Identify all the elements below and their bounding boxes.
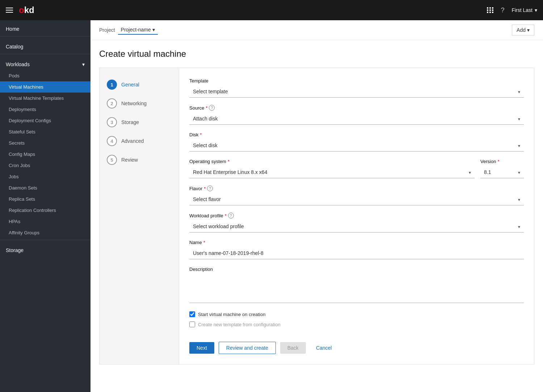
logo-o: o xyxy=(19,5,24,15)
disk-label: Disk * xyxy=(189,132,524,137)
template-select-wrapper: Select template xyxy=(189,86,524,98)
next-button[interactable]: Next xyxy=(189,342,214,354)
sidebar-section-workloads[interactable]: Workloads ▾ xyxy=(0,56,90,70)
review-and-create-button[interactable]: Review and create xyxy=(219,342,276,354)
top-navigation: o kd ? First Last ▾ xyxy=(0,0,543,20)
disk-select[interactable]: Select disk xyxy=(189,140,524,152)
step-num-review: 5 xyxy=(107,155,117,165)
version-select-group: Version * 8.1 xyxy=(480,159,524,178)
sidebar-item-storage[interactable]: Storage xyxy=(0,242,90,256)
wizard-step-advanced[interactable]: 4 Advanced xyxy=(100,132,179,150)
new-template-checkbox[interactable] xyxy=(189,321,195,327)
step-num-storage: 3 xyxy=(107,117,117,127)
help-icon[interactable]: ? xyxy=(501,7,504,14)
wizard-step-general[interactable]: 1 General xyxy=(100,75,179,94)
os-select-wrapper: Red Hat Enterprise Linux 8.x x64 xyxy=(189,166,475,178)
flavor-label: Flavor * ? xyxy=(189,186,524,191)
wizard-steps: 1 General 2 Networking 3 Storage 4 Advan… xyxy=(100,68,179,364)
sidebar-item-cron-jobs[interactable]: Cron Jobs xyxy=(0,160,90,171)
workload-select-wrapper: Select workload profile xyxy=(189,221,524,233)
sidebar-item-config-maps[interactable]: Config Maps xyxy=(0,149,90,160)
wizard-step-review[interactable]: 5 Review xyxy=(100,150,179,169)
sidebar: Home Catalog Workloads ▾ Pods Virtual Ma… xyxy=(0,20,90,392)
sidebar-item-replication-controllers[interactable]: Replication Controllers xyxy=(0,205,90,216)
sidebar-item-affinity-groups[interactable]: Affinity Groups xyxy=(0,227,90,238)
step-label-storage: Storage xyxy=(121,119,139,125)
new-template-checkbox-row: Create new template from configuration xyxy=(189,321,524,327)
workload-label: Workload profile * ? xyxy=(189,213,524,218)
description-input[interactable] xyxy=(189,274,524,303)
sidebar-item-virtual-machine-templates[interactable]: Virtual Machine Templates xyxy=(0,93,90,104)
flavor-select[interactable]: Select flavor xyxy=(189,193,524,205)
project-label: Project xyxy=(99,27,115,33)
name-field-group: Name * xyxy=(189,240,524,259)
version-required: * xyxy=(497,159,499,164)
hamburger-menu[interactable] xyxy=(6,8,13,13)
logo-kd: kd xyxy=(24,5,34,15)
flavor-help-icon[interactable]: ? xyxy=(207,186,213,191)
cancel-button[interactable]: Cancel xyxy=(310,342,338,354)
os-select-group: Operating system * Red Hat Enterprise Li… xyxy=(189,159,475,178)
template-label: Template xyxy=(189,78,524,84)
sidebar-item-stateful-sets[interactable]: Stateful Sets xyxy=(0,126,90,137)
sidebar-item-replica-sets[interactable]: Replica Sets xyxy=(0,193,90,205)
add-button[interactable]: Add ▾ xyxy=(512,25,534,35)
os-label: Operating system * xyxy=(189,159,475,164)
os-required: * xyxy=(228,159,230,164)
flavor-field-group: Flavor * ? Select flavor xyxy=(189,186,524,205)
os-select[interactable]: Red Hat Enterprise Linux 8.x x64 xyxy=(189,166,475,178)
version-select-wrapper: 8.1 xyxy=(480,166,524,178)
name-input[interactable] xyxy=(189,247,524,259)
source-select-wrapper: Attach disk xyxy=(189,113,524,125)
project-bar: Project Project-name ▾ Add ▾ xyxy=(90,20,543,40)
add-chevron-icon: ▾ xyxy=(527,27,530,33)
source-select[interactable]: Attach disk xyxy=(189,113,524,125)
description-field-group: Description xyxy=(189,267,524,304)
disk-field-group: Disk * Select disk xyxy=(189,132,524,152)
sidebar-item-virtual-machines[interactable]: Virtual Machines xyxy=(0,81,90,93)
step-num-general: 1 xyxy=(107,80,117,90)
wizard-step-networking[interactable]: 2 Networking xyxy=(100,94,179,113)
sidebar-item-jobs[interactable]: Jobs xyxy=(0,171,90,182)
logo[interactable]: o kd xyxy=(19,5,34,15)
template-select[interactable]: Select template xyxy=(189,86,524,98)
source-required: * xyxy=(206,105,207,111)
workloads-chevron-icon: ▾ xyxy=(82,61,85,67)
version-label: Version * xyxy=(480,159,524,164)
step-label-advanced: Advanced xyxy=(121,138,144,144)
sidebar-item-pods[interactable]: Pods xyxy=(0,70,90,81)
apps-grid-icon[interactable] xyxy=(487,7,493,13)
storage-label: Storage xyxy=(6,247,24,253)
disk-select-wrapper: Select disk xyxy=(189,140,524,152)
sidebar-item-home[interactable]: Home xyxy=(0,20,90,35)
project-name: Project-name xyxy=(121,27,151,33)
flavor-select-wrapper: Select flavor xyxy=(189,193,524,205)
sidebar-item-hpas[interactable]: HPAs xyxy=(0,216,90,227)
sidebar-item-catalog[interactable]: Catalog xyxy=(0,38,90,52)
flavor-required: * xyxy=(204,186,206,191)
workload-help-icon[interactable]: ? xyxy=(228,213,234,218)
step-label-review: Review xyxy=(121,157,138,163)
sidebar-item-secrets[interactable]: Secrets xyxy=(0,137,90,149)
name-required: * xyxy=(203,240,205,245)
home-label: Home xyxy=(6,26,19,32)
sidebar-item-daemon-sets[interactable]: Daemon Sets xyxy=(0,182,90,193)
description-label: Description xyxy=(189,267,524,272)
user-menu[interactable]: First Last ▾ xyxy=(512,7,537,13)
version-select[interactable]: 8.1 xyxy=(480,166,524,178)
page-content: Create virtual machine 1 General 2 Netwo… xyxy=(90,40,543,373)
project-select[interactable]: Project-name ▾ xyxy=(118,25,158,35)
project-select-chevron-icon: ▾ xyxy=(152,27,155,33)
source-help-icon[interactable]: ? xyxy=(209,105,215,111)
start-vm-checkbox[interactable] xyxy=(189,311,195,317)
start-vm-checkbox-row: Start virtual machine on creation xyxy=(189,311,524,317)
workload-select[interactable]: Select workload profile xyxy=(189,221,524,233)
sidebar-item-deployments[interactable]: Deployments xyxy=(0,104,90,115)
wizard-step-storage[interactable]: 3 Storage xyxy=(100,113,179,132)
workloads-label: Workloads xyxy=(6,61,30,67)
user-menu-chevron-icon: ▾ xyxy=(535,7,537,13)
start-vm-checkbox-label: Start virtual machine on creation xyxy=(198,312,265,317)
create-vm-wizard: 1 General 2 Networking 3 Storage 4 Advan… xyxy=(99,68,534,365)
sidebar-item-deployment-configs[interactable]: Deployment Configs xyxy=(0,115,90,126)
template-field-group: Template Select template xyxy=(189,78,524,98)
